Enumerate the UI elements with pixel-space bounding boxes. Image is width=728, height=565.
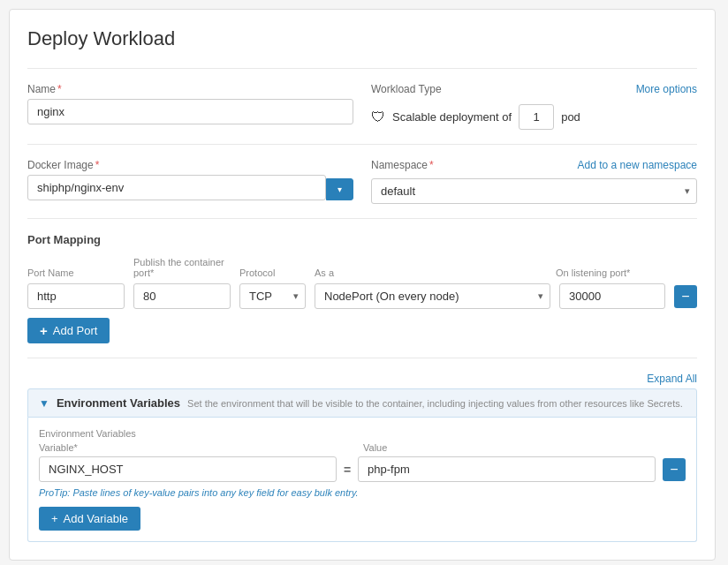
add-port-button[interactable]: + Add Port bbox=[27, 318, 110, 343]
add-variable-button[interactable]: + Add Variable bbox=[39, 507, 140, 531]
port-header-protocol: Protocol bbox=[239, 267, 306, 278]
port-header-publish: Publish the container port* bbox=[133, 257, 231, 278]
env-section-body: Environment Variables Variable* Value = … bbox=[27, 418, 697, 542]
minus-icon: − bbox=[681, 289, 689, 305]
workload-prefix: Scalable deployment of bbox=[392, 110, 512, 124]
port-publish-input[interactable] bbox=[133, 283, 231, 309]
port-mapping-title: Port Mapping bbox=[27, 233, 697, 246]
workload-type-row: Workload Type More options bbox=[371, 83, 697, 95]
env-var-header: Variable* bbox=[39, 442, 328, 453]
name-workload-row: Name* Workload Type More options 🛡 Scala… bbox=[27, 83, 697, 130]
protocol-select[interactable]: TCP UDP bbox=[239, 283, 306, 309]
env-section-title: Environment Variables bbox=[57, 396, 180, 410]
env-subsection-title: Environment Variables bbox=[39, 428, 686, 439]
divider-3 bbox=[27, 218, 697, 219]
workload-type-group: Workload Type More options 🛡 Scalable de… bbox=[371, 83, 697, 130]
plus-icon: + bbox=[40, 323, 48, 338]
docker-image-label: Docker Image* bbox=[27, 159, 353, 171]
port-header-name: Port Name bbox=[27, 267, 125, 278]
name-workload-section: Name* Workload Type More options 🛡 Scala… bbox=[27, 83, 697, 130]
remove-port-button[interactable]: − bbox=[674, 285, 697, 308]
port-mapping-section: Port Mapping Port Name Publish the conta… bbox=[27, 233, 697, 343]
add-namespace-link[interactable]: Add to a new namespace bbox=[578, 159, 697, 171]
workload-suffix: pod bbox=[561, 110, 580, 124]
env-section-desc: Set the environment that will be visible… bbox=[187, 398, 683, 409]
docker-image-input[interactable] bbox=[27, 175, 326, 200]
port-name-input[interactable] bbox=[27, 283, 125, 309]
docker-namespace-row: Docker Image* ▾ Namespace* Add to a new … bbox=[27, 159, 697, 204]
page-title: Deploy Workload bbox=[27, 27, 697, 50]
listen-port-input[interactable] bbox=[559, 283, 665, 309]
asa-select[interactable]: NodePort (On every node) ClusterIP LoadB… bbox=[315, 283, 550, 309]
add-variable-label: Add Variable bbox=[64, 512, 128, 525]
docker-image-row: ▾ bbox=[27, 175, 353, 200]
docker-image-dropdown-btn[interactable]: ▾ bbox=[326, 178, 353, 200]
port-headers: Port Name Publish the container port* Pr… bbox=[27, 257, 697, 278]
divider-1 bbox=[27, 68, 697, 69]
namespace-group: Namespace* Add to a new namespace defaul… bbox=[371, 159, 697, 204]
port-header-asa: As a bbox=[315, 267, 547, 278]
name-group: Name* bbox=[27, 83, 353, 124]
port-header-listen: On listening port* bbox=[556, 267, 662, 278]
env-chevron-icon: ▼ bbox=[39, 397, 49, 410]
expand-all-link[interactable]: Expand All bbox=[647, 373, 697, 385]
workload-type-label: Workload Type bbox=[371, 83, 442, 95]
main-container: Deploy Workload Name* Workload Type More… bbox=[9, 9, 716, 561]
protocol-select-wrapper: TCP UDP ▾ bbox=[239, 283, 306, 309]
protip-text: ProTip: Paste lines of key-value pairs i… bbox=[39, 487, 686, 498]
namespace-required: * bbox=[429, 159, 434, 171]
env-val-header: Value bbox=[363, 442, 652, 453]
namespace-select-wrapper: default ▾ bbox=[371, 178, 697, 204]
asa-select-wrapper: NodePort (On every node) ClusterIP LoadB… bbox=[315, 283, 550, 309]
more-options-link[interactable]: More options bbox=[636, 83, 697, 95]
add-port-label: Add Port bbox=[53, 324, 98, 337]
env-headers-row: Variable* Value bbox=[39, 442, 686, 453]
port-row: TCP UDP ▾ NodePort (On every node) Clust… bbox=[27, 283, 697, 309]
minus-icon: − bbox=[670, 462, 678, 478]
equals-sign: = bbox=[344, 463, 351, 477]
pods-input[interactable] bbox=[519, 104, 554, 130]
plus-icon: + bbox=[51, 512, 58, 525]
workload-type-inner: 🛡 Scalable deployment of pod bbox=[371, 104, 697, 130]
name-required: * bbox=[57, 83, 62, 95]
expand-all-row: Expand All bbox=[27, 373, 697, 385]
docker-image-group: Docker Image* ▾ bbox=[27, 159, 353, 200]
divider-2 bbox=[27, 144, 697, 145]
name-input[interactable] bbox=[27, 99, 353, 124]
namespace-label: Namespace* bbox=[371, 159, 434, 171]
env-value-input[interactable] bbox=[358, 456, 656, 482]
chevron-down-icon: ▾ bbox=[337, 185, 342, 194]
namespace-select[interactable]: default bbox=[371, 178, 697, 204]
remove-env-button[interactable]: − bbox=[663, 458, 686, 481]
divider-4 bbox=[27, 358, 697, 358]
env-section-outer: Expand All ▼ Environment Variables Set t… bbox=[27, 373, 697, 542]
env-variable-input[interactable] bbox=[39, 456, 337, 482]
namespace-label-row: Namespace* Add to a new namespace bbox=[371, 159, 697, 171]
workload-icon: 🛡 bbox=[371, 109, 385, 125]
docker-namespace-section: Docker Image* ▾ Namespace* Add to a new … bbox=[27, 159, 697, 204]
env-variable-row: = − bbox=[39, 456, 686, 482]
env-section-header[interactable]: ▼ Environment Variables Set the environm… bbox=[27, 388, 697, 418]
name-label: Name* bbox=[27, 83, 353, 95]
docker-required: * bbox=[95, 159, 100, 171]
